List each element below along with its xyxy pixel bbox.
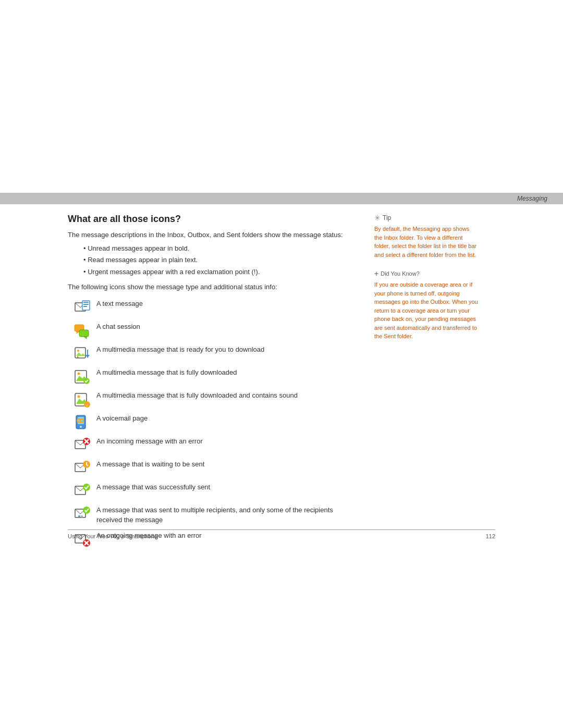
icon-row-mms-downloaded: A multimedia message that is fully downl… bbox=[68, 367, 360, 385]
did-you-know-header: + Did You Know? bbox=[374, 269, 479, 278]
icon-desc: A message that is waiting to be sent bbox=[96, 459, 360, 470]
text-message-icon bbox=[74, 300, 91, 316]
icon-row-chat-session: A chat session bbox=[68, 322, 360, 339]
svg-point-51 bbox=[83, 507, 90, 514]
svg-marker-10 bbox=[84, 337, 87, 339]
did-you-know-body: If you are outside a coverage area or if… bbox=[374, 280, 479, 341]
svg-point-18 bbox=[77, 372, 80, 375]
svg-rect-9 bbox=[79, 330, 89, 337]
successfully-sent-icon bbox=[74, 483, 91, 500]
svg-rect-6 bbox=[83, 306, 87, 307]
multiple-recipients-icon bbox=[74, 506, 91, 523]
icon-row-multiple-recipients: A message that was sent to multiple reci… bbox=[68, 505, 360, 525]
svg-point-13 bbox=[77, 350, 79, 352]
svg-point-47 bbox=[83, 484, 90, 491]
tip-box: ✳ Tip By default, the Messaging app show… bbox=[374, 214, 479, 259]
icon-desc: A multimedia message that is ready for y… bbox=[96, 344, 360, 355]
icon-row-incoming-error: An incoming message with an error bbox=[68, 436, 360, 454]
icon-cell bbox=[68, 505, 96, 523]
svg-point-53 bbox=[81, 515, 83, 517]
svg-point-28 bbox=[80, 426, 82, 428]
icon-desc: A multimedia message that is fully downl… bbox=[96, 367, 360, 378]
icon-row-mms-sound: ♪ A multimedia message that is fully dow… bbox=[68, 390, 360, 408]
voicemail-icon bbox=[74, 414, 91, 431]
mms-downloaded-icon bbox=[74, 368, 91, 385]
svg-marker-8 bbox=[77, 331, 79, 334]
icon-desc: A text message bbox=[96, 299, 360, 309]
icon-cell bbox=[68, 436, 96, 454]
icon-cell bbox=[68, 299, 96, 316]
main-content: What are all those icons? The message de… bbox=[68, 214, 360, 553]
incoming-error-icon bbox=[74, 437, 91, 454]
waiting-sent-icon bbox=[74, 460, 91, 477]
svg-rect-4 bbox=[83, 302, 89, 303]
icon-row-voicemail: A voicemail page bbox=[68, 413, 360, 431]
icon-cell bbox=[68, 482, 96, 500]
icon-cell bbox=[68, 459, 96, 477]
svg-point-52 bbox=[78, 515, 80, 517]
tip-header: ✳ Tip bbox=[374, 214, 479, 222]
svg-marker-16 bbox=[85, 355, 90, 358]
list-item: Read messages appear in plain text. bbox=[83, 255, 360, 265]
svg-rect-5 bbox=[83, 304, 89, 305]
top-bar: Messaging bbox=[0, 193, 563, 204]
icon-row-waiting-sent: A message that is waiting to be sent bbox=[68, 459, 360, 477]
icon-desc: A chat session bbox=[96, 322, 360, 332]
footer-left-text: Using Your Treo 700 p Smartphone bbox=[68, 533, 157, 539]
footer-line bbox=[68, 529, 495, 530]
mms-download-icon bbox=[74, 346, 91, 362]
right-sidebar: ✳ Tip By default, the Messaging app show… bbox=[374, 214, 479, 341]
icon-desc: An incoming message with an error bbox=[96, 436, 360, 447]
did-you-know-label: Did You Know? bbox=[381, 270, 420, 277]
icon-row-mms-download: A multimedia message that is ready for y… bbox=[68, 344, 360, 362]
svg-rect-11 bbox=[75, 348, 85, 358]
chat-session-icon bbox=[74, 323, 91, 339]
tip-label: Tip bbox=[383, 214, 391, 221]
icon-desc: A voicemail page bbox=[96, 413, 360, 424]
icon-cell bbox=[68, 322, 96, 339]
svg-point-22 bbox=[77, 395, 80, 398]
icon-cell bbox=[68, 344, 96, 362]
icon-desc: A message that was sent to multiple reci… bbox=[96, 505, 360, 525]
icons-intro: The following icons show the message typ… bbox=[68, 282, 360, 292]
icon-cell: ♪ bbox=[68, 390, 96, 408]
did-you-know-plus-icon: + bbox=[374, 269, 378, 278]
page-wrapper: Messaging What are all those icons? The … bbox=[0, 0, 563, 728]
icon-desc: A message that was successfully sent bbox=[96, 482, 360, 492]
icon-desc: A multimedia message that is fully downl… bbox=[96, 390, 360, 401]
icon-cell bbox=[68, 413, 96, 431]
list-item: Unread messages appear in bold. bbox=[83, 243, 360, 254]
intro-text: The message descriptions in the Inbox, O… bbox=[68, 230, 360, 240]
tip-star-icon: ✳ bbox=[374, 214, 381, 222]
tip-body: By default, the Messaging app shows the … bbox=[374, 225, 479, 259]
top-bar-title: Messaging bbox=[517, 195, 547, 202]
mms-sound-icon: ♪ bbox=[74, 391, 91, 408]
footer-page-number: 112 bbox=[486, 533, 495, 539]
did-you-know-box: + Did You Know? If you are outside a cov… bbox=[374, 269, 479, 341]
icon-row-text-message: A text message bbox=[68, 299, 360, 316]
section-title: What are all those icons? bbox=[68, 214, 360, 225]
icon-row-successfully-sent: A message that was successfully sent bbox=[68, 482, 360, 500]
icon-cell bbox=[68, 367, 96, 385]
bullet-list: Unread messages appear in bold. Read mes… bbox=[83, 243, 360, 277]
list-item: Urgent messages appear with a red exclam… bbox=[83, 267, 360, 277]
svg-text:♪: ♪ bbox=[86, 403, 88, 408]
